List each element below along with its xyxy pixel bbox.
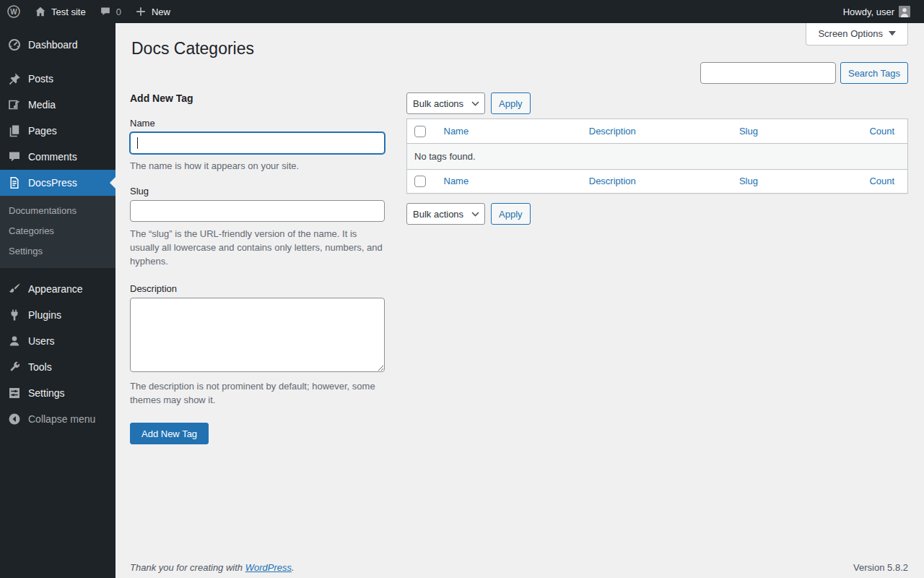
- comments-icon: [7, 150, 22, 164]
- sidebar-item-media[interactable]: Media: [0, 92, 116, 118]
- sidebar-item-label: Pages: [28, 124, 57, 137]
- document-icon: [7, 176, 22, 190]
- sidebar-item-label: Settings: [28, 387, 65, 400]
- table-header-row: Name Description Slug Count: [407, 119, 908, 144]
- sidebar-item-label: Appearance: [28, 282, 83, 296]
- tags-list: Bulk actions Apply Name Description: [406, 92, 908, 225]
- empty-row: No tags found.: [407, 143, 908, 169]
- wordpress-link[interactable]: WordPress: [245, 562, 292, 573]
- slug-help-text: The “slug” is the URL-friendly version o…: [130, 227, 385, 268]
- sidebar-item-settings[interactable]: Settings: [0, 380, 116, 406]
- sidebar-item-users[interactable]: Users: [0, 328, 116, 354]
- description-help-text: The description is not prominent by defa…: [130, 379, 385, 407]
- tags-table: Name Description Slug Count No tags foun…: [406, 118, 908, 194]
- name-field[interactable]: [130, 132, 385, 154]
- slug-field[interactable]: [130, 200, 385, 222]
- description-field[interactable]: [130, 298, 385, 372]
- sidebar-item-label: Tools: [28, 361, 52, 374]
- submenu-item-documentations[interactable]: Documentations: [0, 201, 116, 221]
- sidebar-item-label: Posts: [28, 72, 53, 85]
- add-tag-form: Add New Tag Name The name is how it appe…: [130, 92, 385, 444]
- text-cursor: [137, 137, 138, 149]
- sort-by-slug[interactable]: Slug: [739, 176, 758, 186]
- sidebar-item-plugins[interactable]: Plugins: [0, 302, 116, 328]
- plug-icon: [7, 308, 22, 322]
- select-all-checkbox-top[interactable]: [414, 126, 426, 137]
- sidebar-item-label: Users: [28, 335, 55, 348]
- submenu-item-settings[interactable]: Settings: [0, 241, 116, 262]
- admin-footer: Thank you for creating with WordPress. V…: [130, 562, 908, 573]
- sidebar-item-label: Media: [28, 98, 56, 111]
- select-all-checkbox-bottom[interactable]: [414, 176, 426, 187]
- bulk-actions-select-bottom[interactable]: Bulk actions: [406, 203, 485, 225]
- sidebar-item-pages[interactable]: Pages: [0, 118, 116, 144]
- bulk-actions-select-top[interactable]: Bulk actions: [406, 92, 485, 114]
- plus-icon: [134, 5, 147, 18]
- chevron-down-icon: [889, 31, 896, 36]
- collapse-arrow-icon: [7, 412, 22, 426]
- admin-bar: W Test site 0 New Howdy, user: [0, 0, 924, 23]
- comment-bubble-icon: [99, 5, 112, 18]
- sort-by-description[interactable]: Description: [589, 126, 636, 137]
- sidebar-item-label: Plugins: [28, 309, 61, 322]
- apply-button-top[interactable]: Apply: [491, 92, 531, 114]
- wordpress-logo-icon: W: [6, 4, 21, 19]
- avatar: [899, 6, 910, 17]
- footer-thanks-period: .: [292, 562, 295, 573]
- screen-options-label: Screen Options: [818, 28, 883, 39]
- table-footer-row: Name Description Slug Count: [407, 169, 908, 194]
- media-icon: [7, 98, 22, 112]
- sort-by-count[interactable]: Count: [869, 176, 894, 186]
- howdy-text: Howdy, user: [843, 7, 894, 17]
- sort-by-name[interactable]: Name: [444, 126, 469, 137]
- user-icon: [7, 334, 22, 348]
- collapse-menu-label: Collapse menu: [28, 413, 95, 426]
- collapse-menu-button[interactable]: Collapse menu: [0, 406, 116, 432]
- sidebar-item-dashboard[interactable]: Dashboard: [0, 32, 116, 58]
- empty-message: No tags found.: [407, 143, 908, 169]
- name-label: Name: [130, 118, 385, 129]
- comments-shortcut[interactable]: 0: [92, 0, 128, 23]
- sidebar-item-label: DocsPress: [28, 176, 77, 189]
- home-icon: [34, 5, 47, 18]
- new-content-menu[interactable]: New: [128, 0, 177, 23]
- add-new-tag-button[interactable]: Add New Tag: [130, 423, 209, 444]
- settings-sliders-icon: [7, 386, 22, 400]
- sort-by-count[interactable]: Count: [869, 126, 894, 137]
- new-label: New: [152, 7, 170, 17]
- version-text: Version 5.8.2: [853, 562, 908, 573]
- admin-sidebar: Dashboard Posts Media Pages Commen: [0, 23, 116, 578]
- sort-by-description[interactable]: Description: [589, 176, 636, 186]
- sort-by-name[interactable]: Name: [444, 176, 469, 186]
- dashboard-icon: [7, 38, 22, 52]
- wordpress-logo-menu[interactable]: W: [0, 0, 27, 23]
- docspress-submenu: Documentations Categories Settings: [0, 196, 116, 268]
- brush-icon: [7, 282, 22, 296]
- screen-options-button[interactable]: Screen Options: [806, 23, 908, 46]
- footer-thankyou: Thank you for creating with WordPress.: [130, 562, 295, 573]
- name-help-text: The name is how it appears on your site.: [130, 159, 385, 173]
- search-input[interactable]: [700, 62, 836, 84]
- sidebar-item-posts[interactable]: Posts: [0, 66, 116, 92]
- site-name: Test site: [51, 7, 86, 17]
- current-item-arrow: [104, 177, 116, 189]
- slug-label: Slug: [130, 186, 385, 197]
- apply-button-bottom[interactable]: Apply: [491, 203, 531, 225]
- sidebar-item-tools[interactable]: Tools: [0, 354, 116, 380]
- pushpin-icon: [7, 72, 22, 86]
- search-tags-button[interactable]: Search Tags: [840, 62, 908, 84]
- sidebar-item-label: Comments: [28, 150, 77, 163]
- sidebar-item-label: Dashboard: [28, 38, 78, 51]
- wrench-icon: [7, 360, 22, 374]
- sidebar-item-comments[interactable]: Comments: [0, 144, 116, 170]
- footer-thanks-text: Thank you for creating with: [130, 562, 245, 573]
- main-content: Screen Options Docs Categories Search Ta…: [116, 23, 924, 578]
- form-heading: Add New Tag: [130, 92, 385, 104]
- sidebar-item-docspress[interactable]: DocsPress: [0, 170, 116, 196]
- description-label: Description: [130, 283, 385, 294]
- submenu-item-categories[interactable]: Categories: [0, 221, 116, 241]
- account-menu[interactable]: Howdy, user: [837, 0, 917, 23]
- visit-site-link[interactable]: Test site: [27, 0, 92, 23]
- sort-by-slug[interactable]: Slug: [739, 126, 758, 137]
- sidebar-item-appearance[interactable]: Appearance: [0, 276, 116, 302]
